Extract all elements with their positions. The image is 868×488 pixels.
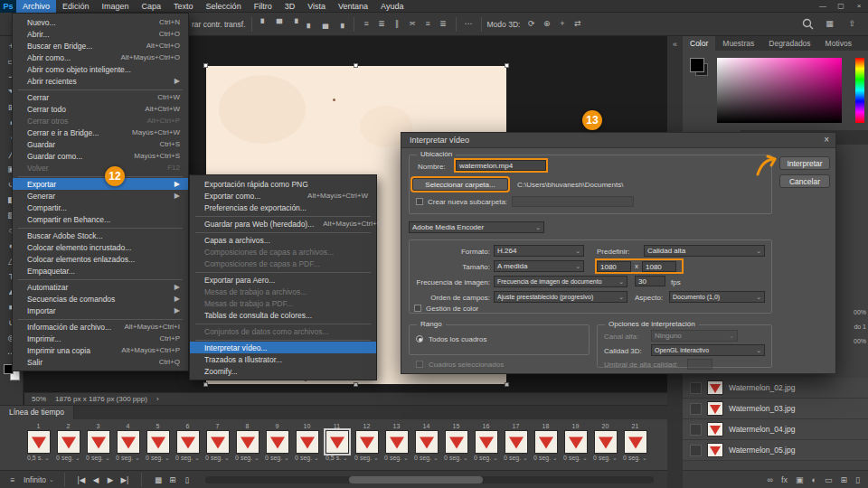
submenu-item[interactable]: Mesas de trabajo a archivos... (190, 286, 376, 297)
select-folder-button[interactable]: Seleccionar carpeta... (412, 178, 508, 191)
share-icon[interactable]: ⇧ (845, 17, 859, 31)
layer-thumbnail[interactable] (707, 422, 723, 436)
menubar-menu[interactable]: Texto (167, 0, 200, 13)
layer-visibility-toggle[interactable] (690, 445, 702, 456)
3d-orbit-icon[interactable]: ⟳ (524, 17, 538, 31)
frame-duration[interactable]: 0 seg. ⌄ (623, 454, 647, 463)
onion-skin-icon[interactable]: ▩ (152, 475, 165, 484)
zoom-level[interactable]: 50% (32, 395, 46, 403)
next-frame-button[interactable]: ▶| (118, 475, 131, 484)
frame-thumbnail[interactable] (87, 430, 110, 454)
animation-frame[interactable]: 6 0 seg. ⌄ (173, 422, 203, 463)
scrollbar-thumb[interactable] (349, 476, 484, 483)
menu-item[interactable]: Nuevo... Ctrl+N (13, 16, 188, 28)
animation-frame[interactable]: 4 0 seg. ⌄ (113, 422, 143, 463)
submenu-item[interactable]: Composiciones de capas a archivos... (190, 246, 376, 258)
align-hcenter-icon[interactable]: ▄ (319, 17, 333, 31)
menu-item[interactable]: Cerrar todo Alt+Ctrl+W (13, 103, 188, 115)
align-top-icon[interactable]: ▘ (258, 17, 271, 31)
frame-duration[interactable]: 0 seg. ⌄ (533, 454, 558, 463)
animation-frame[interactable]: 3 0 seg. ⌄ (83, 422, 113, 463)
animation-frame[interactable]: 15 0 seg. ⌄ (441, 422, 471, 463)
workspace-icon[interactable]: ▦ (823, 17, 836, 31)
layer-row[interactable]: Watermelon_02.jpg (683, 378, 868, 399)
align-vcenter-icon[interactable]: ▀ (273, 17, 287, 31)
frame-thumbnail[interactable] (624, 430, 647, 454)
frame-duration[interactable]: 0 seg. ⌄ (414, 454, 439, 463)
timeline-scrollbar[interactable] (205, 476, 654, 483)
3d-quality-select[interactable]: OpenGL interactivo⌄ (651, 344, 765, 356)
first-frame-button[interactable]: |◀ (75, 475, 88, 484)
align-bottom-icon[interactable]: ▝ (288, 17, 302, 31)
menu-item[interactable]: Abrir... Ctrl+O (13, 28, 188, 40)
layer-row[interactable]: Watermelon_03.jpg (683, 399, 868, 419)
animation-frame[interactable]: 16 0 seg. ⌄ (471, 422, 501, 463)
animation-frame[interactable]: 2 0 seg. ⌄ (53, 422, 83, 463)
submenu-item[interactable]: Zoomify... (190, 365, 376, 377)
menubar-menu[interactable]: Archivo (16, 0, 56, 13)
3d-pan-icon[interactable]: + (555, 17, 569, 31)
menubar-menu[interactable]: Ayuda (374, 0, 410, 13)
frame-thumbnail[interactable] (326, 430, 349, 454)
frame-duration[interactable]: 0,5 s. ⌄ (326, 454, 348, 463)
menu-item[interactable]: Buscar Adobe Stock... (13, 230, 188, 241)
animation-frame[interactable]: 20 0 seg. ⌄ (590, 422, 620, 463)
distribute-top-icon[interactable]: ≡ (360, 17, 373, 31)
menu-item[interactable]: Exportar ▶ (13, 178, 188, 190)
transform-handle[interactable] (203, 382, 208, 387)
maximize-button[interactable]: ▢ (832, 0, 850, 13)
delete-frame-icon[interactable]: ▯ (181, 475, 193, 484)
render-button[interactable]: Interpretar (779, 156, 830, 170)
align-right-icon[interactable]: ▗ (335, 17, 348, 31)
encoder-select[interactable]: Adobe Media Encoder ⌄ (409, 221, 544, 233)
adjustment-layer-icon[interactable]: ◐ (812, 475, 816, 484)
frame-thumbnail[interactable] (57, 430, 80, 454)
collapse-panels-icon[interactable]: « (673, 40, 677, 49)
layer-mask-icon[interactable]: ▣ (796, 475, 804, 484)
panel-tab[interactable]: Motivos (818, 36, 859, 51)
animation-frame[interactable]: 13 0 seg. ⌄ (382, 422, 411, 463)
loop-count-select[interactable]: Infinito ⌄ (24, 475, 54, 484)
fps-input[interactable]: 30 (635, 276, 665, 286)
subfolder-name-input[interactable] (512, 196, 634, 207)
frame-duration[interactable]: 0 seg. ⌄ (116, 454, 140, 463)
layer-visibility-toggle[interactable] (690, 403, 702, 415)
frame-duration[interactable]: 0,5 s. ⌄ (27, 454, 50, 463)
menu-item[interactable]: Colocar elemento incrustado... (13, 241, 188, 253)
submenu-item[interactable]: Conjuntos de datos como archivos... (190, 325, 376, 337)
menu-item[interactable]: Abrir recientes ▶ (13, 75, 188, 87)
width-input[interactable]: 1080 (597, 261, 631, 272)
animation-frame[interactable]: 17 0 seg. ⌄ (501, 422, 531, 463)
panel-tab[interactable]: Muestras (715, 36, 761, 51)
menubar-menu[interactable]: Vista (301, 0, 332, 13)
frame-duration[interactable]: 0 seg. ⌄ (205, 454, 230, 463)
menu-item[interactable]: Guardar como... Mayús+Ctrl+S (13, 150, 188, 162)
menu-item[interactable]: Imprimir... Ctrl+P (13, 333, 188, 344)
submenu-item[interactable]: Preferencias de exportación... (190, 202, 376, 213)
minimize-button[interactable]: — (814, 0, 832, 13)
frame-duration[interactable]: 0 seg. ⌄ (504, 454, 528, 463)
animation-frame[interactable]: 7 0 seg. ⌄ (203, 422, 232, 463)
hue-slider[interactable] (855, 58, 864, 123)
frame-thumbnail[interactable] (146, 430, 170, 454)
frame-thumbnail[interactable] (176, 430, 200, 454)
menu-item[interactable]: Imprimir una copia Alt+Mayús+Ctrl+P (13, 344, 188, 356)
animation-frame[interactable]: 9 0 seg. ⌄ (262, 422, 292, 463)
layer-visibility-toggle[interactable] (690, 382, 702, 394)
menu-item[interactable]: Guardar Ctrl+S (13, 138, 188, 150)
submenu-item[interactable]: Exportar para Aero... (190, 274, 376, 286)
frame-thumbnail[interactable] (236, 430, 259, 454)
frame-thumbnail[interactable] (534, 430, 558, 454)
menubar-menu[interactable]: Capa (136, 0, 168, 13)
submenu-item[interactable]: Guardar para Web (heredado)... Alt+Mayús… (190, 218, 376, 230)
panel-tab[interactable]: Degradados (761, 36, 817, 51)
distribute-vcenter-icon[interactable]: ≣ (375, 17, 389, 31)
menu-item[interactable]: Buscar en Bridge... Alt+Ctrl+O (13, 40, 188, 52)
transform-handle[interactable] (505, 63, 509, 68)
status-chevron-icon[interactable]: › (156, 395, 159, 403)
frame-duration[interactable]: 0 seg. ⌄ (265, 454, 289, 463)
frame-duration[interactable]: 0 seg. ⌄ (563, 454, 588, 463)
height-input[interactable]: 1080 (642, 261, 676, 272)
menu-item[interactable]: Empaquetar... (13, 265, 188, 277)
layer-row[interactable]: Watermelon_05.jpg (683, 440, 868, 461)
